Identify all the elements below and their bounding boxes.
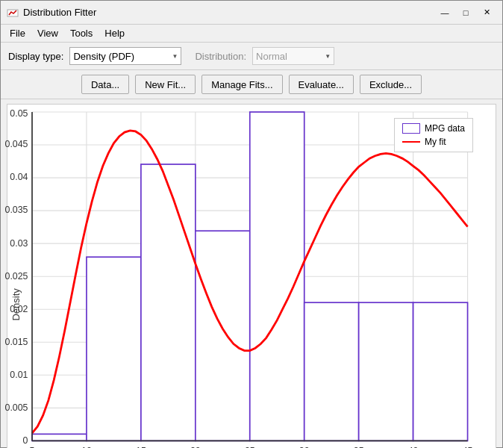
menu-file[interactable]: File bbox=[4, 26, 31, 40]
svg-rect-24 bbox=[141, 164, 196, 441]
distribution-select[interactable]: Normal Weibull Gamma bbox=[252, 47, 334, 65]
main-window: Distribution Fitter — □ ✕ File View Tool… bbox=[0, 0, 503, 448]
svg-text:0.03: 0.03 bbox=[10, 238, 28, 249]
chart-legend: MPG data My fit bbox=[394, 118, 473, 152]
legend-fit-label: My fit bbox=[425, 137, 446, 147]
svg-text:0.015: 0.015 bbox=[5, 337, 28, 347]
svg-text:0.035: 0.035 bbox=[5, 205, 28, 215]
svg-rect-27 bbox=[304, 302, 359, 441]
display-type-wrapper: Density (PDF) CDF Survivor Function bbox=[69, 47, 181, 65]
title-controls: — □ ✕ bbox=[435, 5, 496, 20]
title-bar: Distribution Fitter — □ ✕ bbox=[1, 1, 502, 25]
app-icon bbox=[7, 7, 19, 19]
data-button[interactable]: Data... bbox=[81, 75, 129, 94]
svg-text:0.02: 0.02 bbox=[10, 304, 28, 314]
title-left: Distribution Fitter bbox=[7, 7, 96, 19]
manage-fits-button[interactable]: Manage Fits... bbox=[201, 75, 282, 94]
legend-mpg-label: MPG data bbox=[425, 123, 465, 134]
svg-text:0.005: 0.005 bbox=[5, 402, 28, 413]
window-title: Distribution Fitter bbox=[23, 7, 96, 18]
svg-text:0.01: 0.01 bbox=[10, 370, 28, 380]
svg-rect-26 bbox=[250, 112, 304, 441]
menu-tools[interactable]: Tools bbox=[64, 26, 99, 40]
maximize-button[interactable]: □ bbox=[456, 5, 475, 20]
legend-mpg-data: MPG data bbox=[402, 123, 465, 134]
svg-text:0.04: 0.04 bbox=[10, 172, 28, 182]
svg-rect-29 bbox=[413, 302, 468, 441]
legend-my-fit: My fit bbox=[402, 137, 465, 147]
chart-area: Density bbox=[7, 104, 496, 448]
exclude-button[interactable]: Exclude... bbox=[360, 75, 422, 94]
toolbar-row: Display type: Density (PDF) CDF Survivor… bbox=[1, 43, 502, 70]
svg-text:0.025: 0.025 bbox=[5, 271, 28, 281]
menu-bar: File View Tools Help bbox=[1, 25, 502, 43]
display-type-select[interactable]: Density (PDF) CDF Survivor Function bbox=[69, 47, 181, 65]
svg-text:0: 0 bbox=[23, 435, 28, 446]
chart-inner: 0 0.005 0.01 0.015 0.02 0.025 0.03 0.035… bbox=[25, 105, 496, 448]
distribution-label: Distribution: bbox=[195, 51, 246, 62]
svg-rect-28 bbox=[359, 302, 413, 441]
chart-svg: 0 0.005 0.01 0.015 0.02 0.025 0.03 0.035… bbox=[32, 112, 484, 448]
legend-fit-swatch bbox=[402, 141, 420, 143]
svg-text:0.045: 0.045 bbox=[5, 139, 28, 149]
new-fit-button[interactable]: New Fit... bbox=[135, 75, 196, 94]
svg-text:0.05: 0.05 bbox=[10, 108, 28, 119]
legend-mpg-swatch bbox=[402, 123, 420, 134]
close-button[interactable]: ✕ bbox=[477, 5, 496, 20]
display-type-label: Display type: bbox=[8, 51, 63, 62]
svg-rect-25 bbox=[196, 231, 250, 441]
minimize-button[interactable]: — bbox=[435, 5, 454, 20]
buttons-row: Data... New Fit... Manage Fits... Evalua… bbox=[1, 70, 502, 99]
svg-rect-22 bbox=[32, 434, 87, 441]
evaluate-button[interactable]: Evaluate... bbox=[289, 75, 354, 94]
svg-rect-23 bbox=[87, 257, 141, 441]
menu-help[interactable]: Help bbox=[99, 26, 131, 40]
menu-view[interactable]: View bbox=[31, 26, 64, 40]
distribution-wrapper: Normal Weibull Gamma bbox=[252, 47, 334, 65]
